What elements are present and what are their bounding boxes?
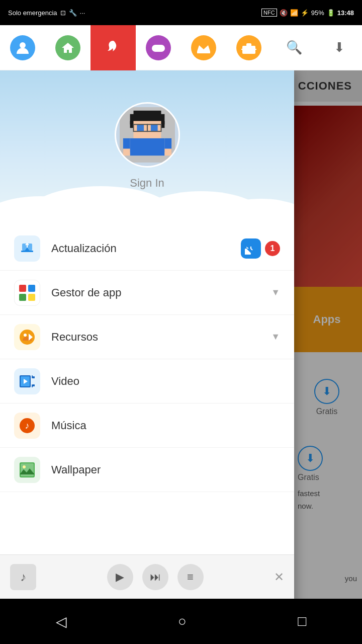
svg-rect-42 — [33, 376, 35, 378]
svg-rect-20 — [137, 124, 144, 131]
playlist-button[interactable]: ≡ — [177, 564, 204, 590]
actualizacion-label: Actualización — [51, 242, 241, 255]
nav-bar: 🔍 ⬇ — [0, 25, 362, 70]
home-nav-icon — [55, 35, 80, 60]
drawer-overlay[interactable] — [294, 70, 362, 644]
actualizacion-badge-area: 1 — [241, 238, 280, 259]
status-left: Solo emergencia ⊡ 🔧 ··· — [8, 9, 85, 17]
download-icon: ⬇ — [334, 40, 345, 55]
recent-button[interactable]: □ — [298, 613, 306, 629]
svg-point-4 — [161, 47, 162, 48]
skip-icon: ⏭ — [150, 571, 161, 584]
svg-rect-24 — [130, 138, 164, 155]
nav-top[interactable] — [181, 25, 226, 70]
svg-rect-48 — [21, 463, 34, 476]
recursos-chevron: ▼ — [271, 332, 280, 342]
svg-rect-32 — [28, 285, 35, 292]
musica-label: Música — [51, 419, 280, 432]
status-bar: Solo emergencia ⊡ 🔧 ··· NFC 🔇 📶 ⚡ 95% 🔋 … — [0, 0, 362, 25]
musica-icon: ♪ — [14, 413, 40, 439]
svg-point-5 — [162, 48, 164, 50]
svg-point-36 — [24, 334, 27, 337]
photo-icon: ⊡ — [60, 9, 66, 17]
close-player-button[interactable]: ✕ — [274, 570, 284, 584]
nfc-icon: NFC — [261, 9, 277, 17]
video-label: Video — [51, 375, 280, 388]
svg-rect-6 — [197, 51, 210, 53]
nav-profile[interactable] — [0, 25, 45, 70]
back-button[interactable]: ◁ — [56, 613, 67, 630]
wallpaper-icon — [14, 457, 40, 483]
nav-briefcase[interactable] — [226, 25, 272, 70]
status-right: NFC 🔇 📶 ⚡ 95% 🔋 13:48 — [261, 9, 354, 17]
gestor-app-label: Gestor de app — [51, 286, 271, 299]
music-note-icon: ♪ — [10, 564, 36, 590]
play-button[interactable]: ▶ — [107, 564, 133, 590]
play-icon: ▶ — [116, 571, 124, 584]
battery-text: 95% — [311, 9, 324, 17]
skip-button[interactable]: ⏭ — [142, 564, 168, 590]
svg-rect-43 — [33, 384, 35, 386]
games-nav-icon — [146, 35, 171, 60]
trending-nav-icon — [101, 35, 126, 60]
svg-point-0 — [20, 42, 26, 48]
svg-text:♪: ♪ — [25, 421, 30, 431]
profile-nav-icon — [10, 35, 35, 60]
svg-rect-27 — [123, 149, 130, 156]
battery-icon: 🔋 — [327, 9, 335, 17]
nav-download[interactable]: ⬇ — [317, 25, 362, 70]
music-player: ♪ ▶ ⏭ ≡ ✕ — [0, 554, 294, 599]
menu-item-gestor-app[interactable]: Gestor de app ▼ — [0, 271, 294, 315]
menu-item-recursos[interactable]: Recursos ▼ — [0, 315, 294, 359]
svg-rect-21 — [150, 124, 157, 131]
nav-trending[interactable] — [90, 25, 136, 70]
briefcase-nav-icon — [236, 35, 261, 60]
menu-list: Actualización 1 — [0, 221, 294, 497]
svg-rect-40 — [32, 375, 33, 378]
menu-item-wallpaper[interactable]: Wallpaper — [0, 448, 294, 492]
profile-header: Sign In — [0, 70, 294, 221]
nav-games[interactable] — [136, 25, 181, 70]
playlist-icon: ≡ — [187, 571, 194, 584]
svg-rect-8 — [241, 49, 256, 50]
home-button[interactable]: ○ — [178, 613, 187, 629]
wrench-icon: 🔧 — [69, 9, 77, 17]
svg-rect-28 — [164, 149, 171, 156]
mute-icon: 🔇 — [280, 9, 288, 17]
svg-rect-34 — [28, 294, 35, 301]
video-icon — [14, 368, 40, 394]
avatar[interactable] — [115, 102, 180, 168]
svg-rect-3 — [153, 48, 157, 49]
gestor-app-icon — [14, 280, 40, 306]
actualizacion-count: 1 — [265, 241, 280, 256]
search-icon: 🔍 — [286, 40, 302, 55]
actualizacion-icon — [14, 235, 40, 262]
actualizacion-badge-icon — [241, 238, 261, 259]
nav-home[interactable] — [45, 25, 90, 70]
time-text: 13:48 — [337, 9, 354, 17]
system-nav-bar: ◁ ○ □ — [0, 599, 362, 644]
player-controls: ▶ ⏭ ≡ — [44, 564, 266, 590]
carrier-text: Solo emergencia — [8, 9, 57, 17]
recursos-label: Recursos — [51, 331, 271, 344]
wallpaper-label: Wallpaper — [51, 463, 280, 476]
crown-nav-icon — [191, 35, 216, 60]
recursos-icon — [14, 324, 40, 350]
svg-rect-31 — [19, 285, 26, 292]
wifi-icon: 📶 — [290, 9, 298, 17]
svg-rect-13 — [0, 211, 294, 221]
nav-search[interactable]: 🔍 — [272, 25, 317, 70]
svg-point-49 — [23, 465, 26, 468]
gestor-app-chevron: ▼ — [271, 287, 280, 298]
sign-in-label[interactable]: Sign In — [130, 177, 164, 190]
more-icon: ··· — [80, 9, 85, 17]
menu-item-musica[interactable]: ♪ Música — [0, 404, 294, 448]
svg-rect-33 — [19, 294, 26, 301]
menu-item-video[interactable]: Video — [0, 359, 294, 404]
drawer: Sign In Actualización — [0, 70, 294, 644]
overlay-wrapper: CCIONES Apps ⬇ Gratis ⬇ Gratis fastest n… — [0, 70, 362, 644]
svg-rect-30 — [21, 251, 33, 252]
menu-item-actualizacion[interactable]: Actualización 1 — [0, 226, 294, 271]
battery-save-icon: ⚡ — [301, 9, 309, 17]
svg-rect-41 — [32, 384, 33, 387]
